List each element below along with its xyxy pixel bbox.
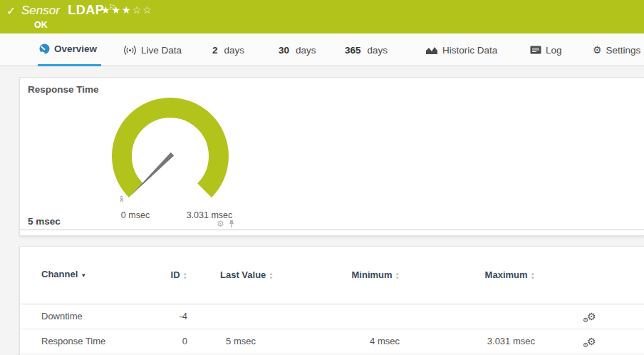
cell-minimum — [294, 304, 400, 329]
current-value-label: 5 msec — [28, 216, 61, 227]
log-list-icon — [530, 46, 541, 54]
column-header-id-label: ID — [171, 269, 180, 280]
column-header-channel[interactable]: Channel — [20, 247, 134, 304]
sort-desc-icon — [80, 272, 86, 279]
tab-bar: Overview Live Data 2 days 30 days 365 da… — [0, 34, 644, 66]
tab-live-data-label: Live Data — [141, 45, 182, 56]
live-data-icon — [123, 46, 137, 55]
column-header-maximum[interactable]: Maximum — [400, 247, 535, 304]
gauge-mean-marker: x̄ — [120, 195, 124, 203]
cell-channel[interactable]: Downtime — [20, 304, 134, 329]
gear-icon: ⚙ — [593, 44, 602, 56]
cell-maximum: 3.031 msec — [400, 329, 535, 354]
tab-settings-label: Settings — [606, 45, 641, 56]
priority-stars[interactable]: ★★★☆☆ — [101, 4, 153, 16]
channel-settings-icon[interactable]: ⚙⚙ — [583, 312, 596, 322]
column-header-maximum-label: Maximum — [485, 269, 528, 280]
table-row-response-time[interactable]: Response Time 0 5 msec 4 msec 3.031 msec… — [20, 329, 644, 354]
sensor-name: LDAP — [68, 3, 104, 17]
pin-icon[interactable] — [228, 220, 235, 228]
gauge-scale-min: 0 msec — [107, 210, 164, 220]
response-time-gauge: x̄ — [99, 91, 242, 205]
sort-icon — [531, 272, 535, 279]
tab-30-days[interactable]: 30 days — [277, 34, 321, 66]
column-header-last-value[interactable]: Last Value — [187, 247, 294, 304]
tab-365-days-number: 365 — [345, 45, 361, 56]
cell-minimum: 4 msec — [294, 329, 400, 354]
cell-channel[interactable]: Response Time — [20, 329, 134, 354]
tab-live-data[interactable]: Live Data — [122, 34, 186, 66]
area-chart-icon — [425, 46, 438, 55]
tab-overview[interactable]: Overview — [38, 34, 101, 66]
column-header-id[interactable]: ID — [134, 247, 187, 304]
panel-settings-gear-icon[interactable]: ⚙ — [217, 219, 224, 229]
channel-table: Channel ID Last Value Minimum Maximum — [20, 247, 644, 354]
response-time-panel: Response Time x̄ 0 msec 3.031 msec 5 mse… — [19, 77, 644, 236]
tab-365-days[interactable]: 365 days — [343, 34, 392, 66]
tab-2-days[interactable]: 2 days — [211, 34, 249, 66]
tab-overview-label: Overview — [54, 43, 97, 54]
column-header-channel-label: Channel — [41, 269, 78, 279]
cell-maximum — [400, 304, 535, 329]
channel-table-header-row: Channel ID Last Value Minimum Maximum — [20, 247, 644, 304]
column-header-minimum-label: Minimum — [352, 269, 393, 280]
sensor-status-text: OK — [34, 20, 48, 30]
sensor-type-label: Sensor — [21, 4, 60, 17]
column-header-actions — [535, 247, 644, 304]
cell-id: 0 — [134, 329, 187, 354]
tab-historic-data-label: Historic Data — [442, 45, 497, 56]
tab-log[interactable]: Log — [529, 34, 566, 66]
tab-log-label: Log — [546, 45, 562, 56]
cell-id: -4 — [134, 304, 187, 329]
tab-365-days-label: days — [368, 45, 388, 56]
channels-panel: Channel ID Last Value Minimum Maximum — [19, 246, 644, 355]
panel-toolbar: ⚙ — [217, 219, 235, 229]
tab-settings[interactable]: ⚙ Settings — [591, 34, 644, 66]
cell-last-value: 5 msec — [187, 329, 294, 354]
sensor-status-bar: ✓ Sensor LDAP ⚐ ★★★☆☆ OK — [0, 0, 644, 34]
tab-30-days-label: days — [296, 45, 316, 56]
tab-historic-data[interactable]: Historic Data — [424, 34, 502, 66]
column-header-last-value-label: Last Value — [220, 269, 266, 280]
sort-icon — [269, 272, 273, 279]
tab-2-days-number: 2 — [212, 45, 218, 56]
column-header-minimum[interactable]: Minimum — [294, 247, 400, 304]
gauge-needle — [131, 153, 175, 195]
tab-30-days-number: 30 — [279, 45, 289, 56]
panel-title: Response Time — [28, 84, 99, 95]
check-icon: ✓ — [6, 4, 16, 18]
tab-2-days-label: days — [224, 45, 245, 56]
sort-icon — [395, 272, 400, 279]
gauge-arc — [122, 108, 219, 190]
gauge-icon — [39, 43, 50, 54]
channel-settings-icon[interactable]: ⚙⚙ — [583, 336, 596, 347]
table-row-downtime[interactable]: Downtime -4 ⚙⚙ — [20, 304, 644, 329]
sort-icon — [183, 272, 187, 279]
panel-footer-divider — [20, 230, 644, 230]
cell-last-value — [187, 304, 294, 329]
